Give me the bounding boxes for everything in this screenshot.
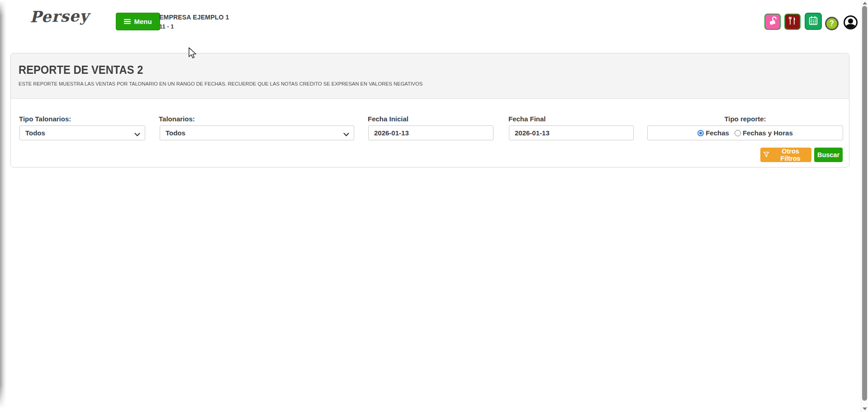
- avatar-torso-icon: [845, 24, 856, 29]
- buscar-button[interactable]: Buscar: [814, 148, 843, 162]
- scroll-down-arrow-icon[interactable]: [863, 407, 867, 410]
- radio-fechas-y-horas[interactable]: [735, 130, 741, 136]
- user-avatar[interactable]: [844, 15, 858, 29]
- restaurant-utensils-icon: [788, 16, 797, 27]
- unlock-button[interactable]: [764, 14, 781, 30]
- radio-fechas[interactable]: [697, 130, 704, 136]
- fecha-inicial-input[interactable]: [368, 125, 493, 140]
- fecha-inicial-label: Fecha Inicial: [368, 115, 408, 123]
- scroll-up-arrow-icon[interactable]: [863, 2, 867, 5]
- tipo-reporte-group: Fechas Fechas y Horas: [647, 125, 843, 140]
- report-panel: REPORTE DE VENTAS 2 ESTE REPORTE MUESTRA…: [10, 53, 849, 168]
- left-edge-shadow: [0, 0, 6, 412]
- company-info: EMPRESA EJEMPLO 1 11 - 1: [159, 14, 229, 30]
- company-name: EMPRESA EJEMPLO 1: [159, 14, 229, 21]
- talonarios-value: Todos: [166, 129, 185, 137]
- avatar-head-icon: [848, 19, 853, 24]
- tipo-reporte-label: Tipo reporte:: [647, 115, 843, 123]
- chevron-down-icon: [343, 130, 349, 138]
- company-sub-id: 11 - 1: [159, 23, 229, 30]
- chevron-down-icon: [134, 130, 140, 138]
- tipo-talonarios-select[interactable]: Todos: [19, 125, 145, 140]
- radio-fechas-y-horas-label[interactable]: Fechas y Horas: [743, 129, 793, 137]
- help-icon: ?: [830, 19, 834, 28]
- hamburger-icon: [124, 19, 131, 24]
- radio-fechas-label[interactable]: Fechas: [706, 129, 729, 137]
- unlock-icon: [768, 16, 778, 28]
- fecha-final-input[interactable]: [509, 125, 634, 140]
- otros-filtros-button[interactable]: Otros Filtros: [760, 148, 811, 162]
- vertical-scrollbar[interactable]: [861, 0, 868, 412]
- otros-filtros-label: Otros Filtros: [772, 148, 809, 162]
- scrollbar-thumb[interactable]: [862, 6, 867, 401]
- menu-button[interactable]: Menu: [116, 13, 160, 30]
- restaurant-button[interactable]: [784, 14, 801, 30]
- tipo-talonarios-value: Todos: [25, 129, 45, 137]
- calendar-icon: [808, 15, 818, 27]
- filter-icon: [763, 151, 769, 159]
- page-subtitle: ESTE REPORTE MUESTRA LAS VENTAS POR TALO…: [19, 81, 824, 86]
- report-panel-heading: REPORTE DE VENTAS 2 ESTE REPORTE MUESTRA…: [11, 53, 849, 99]
- talonarios-label: Talonarios:: [159, 115, 195, 123]
- page-title: REPORTE DE VENTAS 2: [19, 63, 807, 77]
- app-logo[interactable]: Persey: [30, 7, 89, 26]
- menu-button-label: Menu: [134, 18, 152, 25]
- buscar-label: Buscar: [817, 151, 840, 158]
- tipo-talonarios-label: Tipo Talonarios:: [19, 115, 71, 123]
- calendar-button[interactable]: [805, 13, 822, 30]
- talonarios-select[interactable]: Todos: [160, 125, 354, 140]
- fecha-final-label: Fecha Final: [508, 115, 546, 123]
- help-button[interactable]: ?: [825, 17, 839, 30]
